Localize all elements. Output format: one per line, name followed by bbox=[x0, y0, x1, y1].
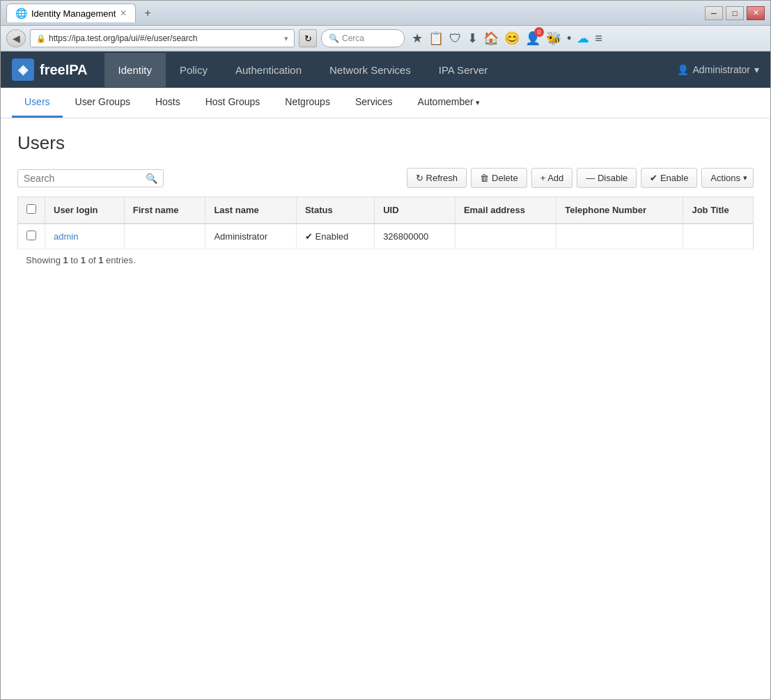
table-row: admin Administrator ✔ Enabled 326800000 bbox=[18, 224, 754, 249]
sub-nav-user-groups[interactable]: User Groups bbox=[63, 88, 143, 118]
delete-label: Delete bbox=[492, 173, 518, 183]
browser-window: 🌐 Identity Management ✕ + ─ □ ✕ ◀ 🔒 http… bbox=[0, 0, 771, 700]
add-label: + Add bbox=[540, 173, 564, 183]
main-content: Users 🔍 ↻ Refresh 🗑 Delete + Add bbox=[1, 118, 770, 699]
user-login-link[interactable]: admin bbox=[54, 231, 78, 242]
cell-last-name: Administrator bbox=[205, 224, 297, 249]
download-icon[interactable]: ⬇ bbox=[467, 31, 478, 46]
emoji-icon[interactable]: 😊 bbox=[504, 31, 520, 46]
url-bar[interactable]: 🔒 https://ipa.test.org/ipa/ui/#/e/user/s… bbox=[30, 29, 295, 47]
add-button[interactable]: + Add bbox=[531, 168, 573, 188]
minimize-button[interactable]: ─ bbox=[705, 6, 723, 20]
window-controls: ─ □ ✕ bbox=[705, 6, 765, 20]
select-all-checkbox[interactable] bbox=[26, 204, 36, 214]
notification-icon[interactable]: 👤 0 bbox=[525, 31, 540, 46]
user-menu[interactable]: 👤 Administrator ▾ bbox=[677, 64, 759, 75]
app-logo: ◈ freeIPA bbox=[12, 59, 88, 81]
bookmark-icon[interactable]: ★ bbox=[412, 31, 423, 46]
sub-nav-netgroups[interactable]: Netgroups bbox=[272, 88, 343, 118]
search-input-wrap[interactable]: 🔍 bbox=[17, 169, 164, 187]
dots-icon[interactable]: • bbox=[567, 31, 571, 46]
browser-search-placeholder: Cerca bbox=[342, 33, 364, 43]
showing-suffix: entries. bbox=[106, 255, 136, 265]
delete-icon: 🗑 bbox=[480, 173, 489, 183]
page-title: Users bbox=[17, 132, 754, 154]
col-email: Email address bbox=[455, 197, 556, 224]
browser-search-bar[interactable]: 🔍 Cerca bbox=[321, 29, 405, 47]
refresh-icon: ↻ bbox=[416, 173, 423, 183]
search-icon[interactable]: 🔍 bbox=[146, 173, 157, 184]
url-dropdown-icon[interactable]: ▾ bbox=[284, 34, 288, 43]
home-icon[interactable]: 🏠 bbox=[483, 31, 499, 46]
browser-search-icon: 🔍 bbox=[329, 33, 339, 43]
nav-item-policy[interactable]: Policy bbox=[166, 53, 221, 87]
check-icon: ✔ bbox=[305, 231, 313, 242]
row-checkbox[interactable] bbox=[26, 231, 36, 240]
refresh-label: Refresh bbox=[426, 173, 458, 183]
actions-label: Actions bbox=[710, 173, 740, 183]
notification-badge: 0 bbox=[534, 27, 544, 37]
nav-item-network-services[interactable]: Network Services bbox=[316, 53, 425, 87]
nav-item-identity[interactable]: Identity bbox=[104, 53, 166, 87]
app-content: ◈ freeIPA Identity Policy Authentication… bbox=[1, 52, 770, 699]
cell-job-title bbox=[683, 224, 754, 249]
toolbar: 🔍 ↻ Refresh 🗑 Delete + Add — Disable bbox=[17, 168, 754, 188]
clipboard-icon[interactable]: 📋 bbox=[428, 31, 444, 46]
enable-button[interactable]: ✔ Enable bbox=[641, 168, 697, 188]
browser-toolbar-icons: ★ 📋 🛡 ⬇ 🏠 😊 👤 0 🐝 • ☁ ≡ bbox=[412, 31, 602, 46]
cell-status: ✔ Enabled bbox=[296, 224, 374, 249]
nav-item-authentication[interactable]: Authentication bbox=[221, 53, 316, 87]
sub-nav: Users User Groups Hosts Host Groups Netg… bbox=[1, 88, 770, 118]
browser-refresh-button[interactable]: ↻ bbox=[299, 29, 317, 47]
logo-text: freeIPA bbox=[40, 62, 88, 78]
skype-icon[interactable]: ☁ bbox=[577, 31, 589, 46]
user-name: Administrator bbox=[693, 64, 750, 75]
back-button[interactable]: ◀ bbox=[6, 29, 26, 47]
col-last-name: Last name bbox=[205, 197, 297, 224]
col-first-name: First name bbox=[124, 197, 205, 224]
status-text: Enabled bbox=[316, 231, 349, 242]
close-button[interactable]: ✕ bbox=[747, 6, 765, 20]
actions-button[interactable]: Actions bbox=[701, 168, 754, 188]
tab-icon: 🌐 bbox=[15, 8, 27, 19]
search-input[interactable] bbox=[24, 173, 146, 184]
address-bar: ◀ 🔒 https://ipa.test.org/ipa/ui/#/e/user… bbox=[1, 26, 770, 52]
sub-nav-users[interactable]: Users bbox=[12, 88, 63, 118]
col-uid: UID bbox=[375, 197, 455, 224]
col-user-login: User login bbox=[45, 197, 125, 224]
bee-icon[interactable]: 🐝 bbox=[546, 31, 561, 46]
new-tab-button[interactable]: + bbox=[139, 4, 156, 22]
sub-nav-hosts[interactable]: Hosts bbox=[143, 88, 193, 118]
showing-to: 1 bbox=[81, 255, 86, 265]
users-table: User login First name Last name Status U… bbox=[17, 196, 754, 249]
showing-of: 1 bbox=[98, 255, 103, 265]
user-icon: 👤 bbox=[677, 64, 689, 75]
disable-button[interactable]: — Disable bbox=[577, 168, 637, 188]
cell-login: admin bbox=[45, 224, 125, 249]
select-all-col[interactable] bbox=[18, 197, 45, 224]
menu-icon[interactable]: ≡ bbox=[595, 31, 602, 46]
cell-uid: 326800000 bbox=[375, 224, 455, 249]
enable-label: ✔ Enable bbox=[650, 173, 688, 183]
shield-icon[interactable]: 🛡 bbox=[449, 31, 462, 46]
title-bar: 🌐 Identity Management ✕ + ─ □ ✕ bbox=[1, 1, 770, 26]
disable-label: — Disable bbox=[586, 173, 628, 183]
delete-button[interactable]: 🗑 Delete bbox=[471, 168, 527, 188]
refresh-button[interactable]: ↻ Refresh bbox=[407, 168, 467, 188]
top-nav: ◈ freeIPA Identity Policy Authentication… bbox=[1, 52, 770, 88]
browser-tab[interactable]: 🌐 Identity Management ✕ bbox=[6, 3, 136, 22]
maximize-button[interactable]: □ bbox=[726, 6, 744, 20]
lock-icon: 🔒 bbox=[36, 34, 46, 43]
user-dropdown-icon: ▾ bbox=[754, 64, 759, 75]
tab-close-icon[interactable]: ✕ bbox=[120, 8, 127, 18]
nav-item-ipa-server[interactable]: IPA Server bbox=[425, 53, 502, 87]
col-status: Status bbox=[296, 197, 374, 224]
row-checkbox-cell[interactable] bbox=[18, 224, 45, 249]
sub-nav-services[interactable]: Services bbox=[343, 88, 405, 118]
url-text: https://ipa.test.org/ipa/ui/#/e/user/sea… bbox=[49, 33, 281, 43]
sub-nav-automember[interactable]: Automember bbox=[405, 88, 492, 118]
sub-nav-host-groups[interactable]: Host Groups bbox=[193, 88, 273, 118]
showing-text: Showing 1 to 1 of 1 entries. bbox=[17, 249, 754, 271]
cell-email bbox=[455, 224, 556, 249]
showing-from: 1 bbox=[63, 255, 68, 265]
